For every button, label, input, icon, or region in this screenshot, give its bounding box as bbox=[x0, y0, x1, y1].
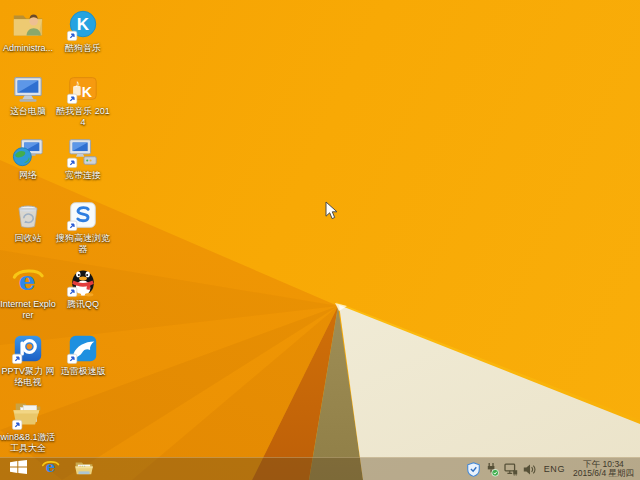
user-folder-icon bbox=[11, 8, 45, 42]
computer-icon bbox=[11, 71, 45, 105]
kuwo-icon: K♪ bbox=[66, 71, 100, 105]
desktop-icon-label: 这台电脑 bbox=[10, 106, 46, 117]
ie-icon: e bbox=[11, 264, 45, 298]
mouse-cursor bbox=[325, 201, 338, 224]
language-indicator[interactable]: ENG bbox=[541, 464, 568, 474]
sogou-icon bbox=[66, 198, 100, 232]
internet-explorer-icon: e bbox=[41, 458, 60, 480]
desktop-icon-kugou-music[interactable]: K酷狗音乐 bbox=[55, 8, 111, 54]
desktop-icon-xunlei-speed[interactable]: 迅雷极速版 bbox=[55, 331, 111, 377]
qq-icon bbox=[66, 264, 100, 298]
windows-logo-icon bbox=[10, 460, 27, 478]
desktop-icon-label: 酷狗音乐 bbox=[65, 43, 101, 54]
desktop-icon-administrator-folder[interactable]: Administra... bbox=[0, 8, 56, 54]
desktop-icon-label: Internet Explorer bbox=[0, 299, 56, 321]
desktop-icon-label: 网络 bbox=[19, 170, 37, 181]
desktop-icon-sogou-browser[interactable]: 搜狗高速浏览器 bbox=[55, 198, 111, 255]
desktop-icon-label: 腾讯QQ bbox=[67, 299, 99, 310]
desktop-icon-this-pc[interactable]: 这台电脑 bbox=[0, 71, 56, 117]
desktop-icon-kuwo-music-2014[interactable]: K♪酷我音乐 2014 bbox=[55, 71, 111, 128]
broadband-icon bbox=[66, 135, 100, 169]
network-icon bbox=[11, 135, 45, 169]
desktop-icon-label: win8&8.1激活工具大全 bbox=[0, 432, 56, 454]
desktop-icon-label: 酷我音乐 2014 bbox=[55, 106, 111, 128]
desktop-icon-internet-explorer[interactable]: eInternet Explorer bbox=[0, 264, 56, 321]
desktop-icon-broadband-connection[interactable]: 宽带连接 bbox=[55, 135, 111, 181]
file-explorer-taskbar-button[interactable] bbox=[74, 458, 94, 480]
desktop-icon-recycle-bin[interactable]: 回收站 bbox=[0, 198, 56, 244]
start-button[interactable] bbox=[10, 458, 27, 480]
desktop-icon-label: Administra... bbox=[3, 43, 53, 54]
open-folder-icon bbox=[11, 397, 45, 431]
folder-icon bbox=[74, 459, 94, 480]
recycle-icon bbox=[11, 198, 45, 232]
desktop-icon-label: 宽带连接 bbox=[65, 170, 101, 181]
ie-taskbar-button[interactable]: e bbox=[41, 458, 60, 480]
kugou-icon: K bbox=[66, 8, 100, 42]
xunlei-icon bbox=[66, 331, 100, 365]
desktop-icon-win8-activation-tools[interactable]: win8&8.1激活工具大全 bbox=[0, 397, 56, 454]
desktop-icon-label: 回收站 bbox=[15, 233, 42, 244]
taskbar[interactable]: e bbox=[0, 457, 640, 480]
desktop-icon-network[interactable]: 网络 bbox=[0, 135, 56, 181]
clock-date: 2015/6/4 星期四 bbox=[573, 469, 634, 479]
pptv-icon bbox=[11, 331, 45, 365]
power-plug-tray-icon[interactable] bbox=[485, 462, 499, 477]
desktop-icon-tencent-qq[interactable]: 腾讯QQ bbox=[55, 264, 111, 310]
clock[interactable]: 下午 10:34 2015/6/4 星期四 bbox=[573, 460, 636, 479]
desktop-icon-label: PPTV聚力 网络电视 bbox=[0, 366, 56, 388]
svg-text:e: e bbox=[46, 458, 55, 475]
security-shield-tray-icon[interactable] bbox=[467, 462, 480, 477]
desktop-icon-pptv[interactable]: PPTV聚力 网络电视 bbox=[0, 331, 56, 388]
volume-tray-icon[interactable] bbox=[523, 463, 536, 476]
desktop-icon-label: 搜狗高速浏览器 bbox=[55, 233, 111, 255]
svg-text:K: K bbox=[77, 15, 90, 34]
svg-text:K: K bbox=[82, 84, 93, 100]
desktop-icon-label: 迅雷极速版 bbox=[61, 366, 106, 377]
svg-text:e: e bbox=[19, 265, 36, 296]
network-tray-icon[interactable] bbox=[504, 462, 518, 476]
desktop[interactable]: Administra...K酷狗音乐这台电脑K♪酷我音乐 2014网络宽带连接回… bbox=[0, 0, 640, 480]
